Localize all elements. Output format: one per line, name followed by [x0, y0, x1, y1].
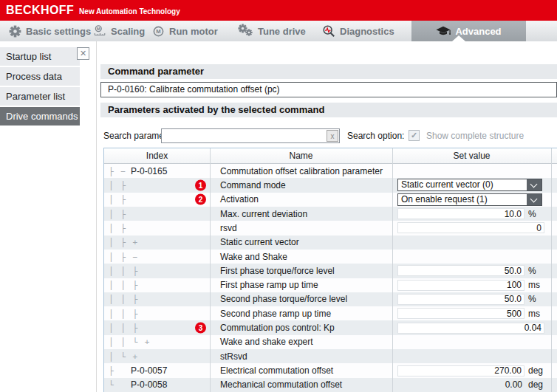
- set-value-cell: [392, 164, 551, 178]
- tree-guide-icon: │ │ ├: [109, 266, 139, 275]
- table-row[interactable]: │ ├ −Wake and Shake: [104, 250, 557, 264]
- tree-guide-icon: │ │ ├: [109, 323, 139, 333]
- step-badge: 2: [195, 194, 206, 205]
- table-row[interactable]: │ └ +stRsvd: [104, 349, 557, 363]
- value-input[interactable]: 270.00: [397, 365, 524, 376]
- tab-label: Basic settings: [26, 26, 91, 37]
- tab-run-motor[interactable]: MRun motor: [152, 21, 218, 41]
- value-input[interactable]: 100: [397, 280, 524, 291]
- tree-expander-icon[interactable]: ├ −: [109, 166, 126, 176]
- table-row[interactable]: │ │ ├First phase ramp up time100ms: [104, 278, 557, 292]
- clear-search-icon[interactable]: x: [327, 130, 338, 142]
- value-input[interactable]: 0: [397, 222, 544, 233]
- value-input[interactable]: 0.04: [397, 323, 544, 334]
- table-row[interactable]: │ │ ├First phase torque/force level50.0%: [104, 264, 557, 278]
- index-cell: │ │ ├: [104, 278, 210, 292]
- panel-divider: [96, 41, 97, 392]
- dropdown-selected-value: Static current vector (0): [398, 179, 527, 190]
- tree-expander-icon[interactable]: │ ├ −: [109, 252, 139, 261]
- value-input[interactable]: 10.0: [397, 208, 524, 219]
- index-cell: │ ├2: [104, 193, 210, 207]
- sidebar-item-parameter-list[interactable]: Parameter list: [0, 87, 80, 106]
- tree-expander-icon[interactable]: │ │ └ +: [109, 337, 151, 347]
- sidebar-item-startup-list[interactable]: Startup list: [0, 47, 80, 66]
- command-parameter-combobox[interactable]: P-0-0160: Calibrate commutation offset (…: [100, 82, 557, 97]
- tree-expander-icon[interactable]: │ └ +: [109, 351, 139, 361]
- set-value-cell: 500ms: [392, 306, 551, 320]
- unit-label: deg: [528, 379, 543, 390]
- column-header-index[interactable]: Index: [104, 148, 210, 164]
- table-row[interactable]: │ │ ├3Commutation pos control: Kp0.04: [104, 320, 557, 334]
- table-row[interactable]: │ │ ├Second phase torque/force level50.0…: [104, 292, 557, 306]
- tree-guide-icon: └: [109, 380, 115, 390]
- step-badge: 3: [195, 323, 206, 334]
- parameter-name: Max. current deviation: [210, 207, 392, 221]
- parameter-name: Mechanical commutation offset: [210, 378, 392, 392]
- parameter-name: Electrical commutation offset: [210, 363, 392, 377]
- set-value-cell: 0: [392, 221, 551, 235]
- index-cell: │ │ └ +: [104, 335, 210, 349]
- value-dropdown[interactable]: On enable request (1): [397, 193, 542, 206]
- column-header-name[interactable]: Name: [210, 148, 392, 164]
- unit-label: ms: [528, 309, 540, 319]
- tab-label: Diagnostics: [340, 26, 394, 37]
- close-icon[interactable]: ✕: [77, 47, 89, 60]
- index-cell: ├P-0-0057: [104, 363, 210, 377]
- table-row[interactable]: │ │ ├Second phase ramp up time500ms: [104, 306, 557, 320]
- tab-advanced[interactable]: Advanced: [411, 21, 526, 41]
- gear-icon: [9, 25, 21, 38]
- value-dropdown[interactable]: Static current vector (0): [397, 179, 542, 191]
- sidebar-item-drive-commands[interactable]: Drive commands: [0, 107, 80, 125]
- index-cell: ├ −P-0-0165: [104, 164, 210, 178]
- tab-diagnostics[interactable]: Diagnostics: [322, 21, 394, 41]
- table-row[interactable]: │ ├1Command modeStatic current vector (0…: [104, 178, 557, 192]
- value-input[interactable]: 50.0: [397, 294, 524, 305]
- tree-guide-icon: ├: [109, 366, 115, 376]
- set-value-cell: 0.04: [392, 320, 551, 334]
- parameter-name: Wake and Shake: [210, 250, 392, 264]
- search-option-checkbox: ✓: [409, 130, 420, 141]
- extra-cell: [551, 235, 557, 250]
- tab-label: Run motor: [169, 26, 218, 37]
- table-row[interactable]: │ ├ +Static current vector: [104, 235, 557, 250]
- value-readonly: 0.00: [397, 379, 524, 390]
- index-cell: └P-0-0058: [104, 378, 210, 392]
- scaling-icon: M: [93, 25, 106, 38]
- index-cell: │ ├: [104, 221, 210, 235]
- value-input[interactable]: 500: [397, 308, 524, 319]
- parameter-name: stRsvd: [210, 349, 392, 363]
- column-header-set-value[interactable]: Set value: [392, 148, 551, 164]
- set-value-cell: 100ms: [392, 278, 551, 292]
- table-row[interactable]: ├P-0-0057Electrical commutation offset27…: [104, 363, 557, 377]
- value-input[interactable]: 50.0: [397, 265, 524, 276]
- svg-text:M: M: [97, 27, 100, 31]
- brand-banner: BECKHOFF New Automation Technology: [0, 0, 557, 21]
- show-complete-structure-label: Show complete structure: [426, 128, 524, 143]
- parameter-name: First phase ramp up time: [210, 278, 392, 292]
- table-row[interactable]: └P-0-0058Mechanical commutation offset0.…: [104, 378, 557, 392]
- unit-label: %: [528, 294, 536, 304]
- chevron-down-icon[interactable]: [527, 194, 541, 205]
- search-option-label: Search option:: [347, 128, 404, 143]
- chevron-down-icon[interactable]: [527, 179, 541, 190]
- tab-scaling[interactable]: MScaling: [93, 21, 145, 41]
- brand-tagline: New Automation Technology: [79, 7, 180, 16]
- tab-label: Tune drive: [258, 26, 306, 37]
- tree-expander-icon[interactable]: │ ├ +: [109, 238, 139, 247]
- table-row[interactable]: │ ├2ActivationOn enable request (1): [104, 193, 557, 207]
- parameter-name: Second phase ramp up time: [210, 306, 392, 320]
- extra-cell: [551, 193, 557, 207]
- table-row[interactable]: │ ├Max. current deviation10.0%: [104, 207, 557, 221]
- sidebar-item-process-data[interactable]: Process data: [0, 67, 80, 86]
- table-row[interactable]: │ ├rsvd0: [104, 221, 557, 235]
- extra-cell: [551, 264, 557, 278]
- tab-basic-settings[interactable]: Basic settings: [9, 21, 91, 41]
- search-input[interactable]: x: [161, 128, 340, 143]
- tab-tune-drive[interactable]: Tune drive: [238, 21, 306, 41]
- tree-guide-icon: │ ├: [109, 180, 126, 190]
- table-row[interactable]: │ │ └ +Wake and shake expert: [104, 335, 557, 349]
- table-row[interactable]: ├ −P-0-0165Commutation offset calibratio…: [104, 164, 557, 178]
- parameter-name: First phase torque/force level: [210, 264, 392, 278]
- tree-guide-icon: │ ├: [109, 195, 126, 204]
- parameter-name: Commutation offset calibration parameter: [210, 164, 392, 178]
